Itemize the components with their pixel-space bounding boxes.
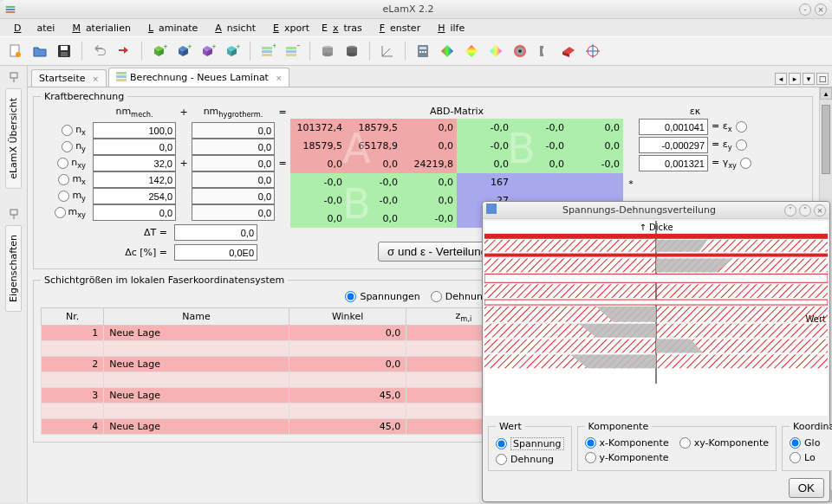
dialog-min-icon[interactable]: ˅ <box>784 204 796 216</box>
tab-startseite[interactable]: Startseite× <box>31 69 107 87</box>
mech-input[interactable] <box>93 139 176 155</box>
mech-input[interactable] <box>93 204 176 221</box>
radio-spannung[interactable]: Spannung <box>496 437 564 450</box>
plus-label: + <box>179 107 188 118</box>
toolbar-separator <box>250 42 250 61</box>
hygro-input[interactable] <box>192 139 275 155</box>
tab-maximize-button[interactable]: □ <box>816 73 829 85</box>
dialog-titlebar[interactable]: Spannungs-Dehnungsverteilung ˅ ˄ × <box>483 202 829 219</box>
svg-rect-1 <box>6 9 16 10</box>
matrix-cell <box>568 173 623 191</box>
ek-value[interactable] <box>639 137 708 153</box>
mech-input[interactable] <box>93 122 176 139</box>
deltaC-input[interactable] <box>174 244 257 261</box>
hygro-input[interactable] <box>192 155 275 171</box>
cuboid-purple-plus-icon[interactable]: + <box>198 41 218 61</box>
pin-icon[interactable] <box>8 71 20 83</box>
mech-input[interactable] <box>93 171 176 188</box>
calculator-icon[interactable] <box>413 41 433 61</box>
tab-berechnung[interactable]: Berechnung - Neues Laminat× <box>108 68 289 87</box>
hygro-input[interactable] <box>192 122 275 139</box>
bracket-icon[interactable] <box>534 41 555 61</box>
layers-plus-icon[interactable]: + <box>257 41 278 61</box>
slab-red-icon[interactable] <box>558 41 579 61</box>
crosshair-icon[interactable] <box>582 41 603 61</box>
force-row-label[interactable]: nxy <box>41 157 89 170</box>
ek-radio[interactable] <box>736 139 747 151</box>
menu-ansicht[interactable]: Ansicht <box>205 21 261 36</box>
disc-rainbow-icon[interactable] <box>510 41 530 61</box>
force-row-label[interactable]: nx <box>41 124 89 137</box>
tab-list-button[interactable]: ▾ <box>803 73 815 85</box>
close-icon[interactable]: × <box>815 3 827 16</box>
radio-xy-komp[interactable]: xy-Komponente <box>679 437 769 449</box>
open-file-button[interactable] <box>29 41 50 61</box>
new-file-button[interactable] <box>5 41 26 61</box>
dialog-max-icon[interactable]: ˄ <box>799 204 811 216</box>
deltaT-input[interactable] <box>174 224 257 241</box>
radio-lokal[interactable]: Lo <box>790 452 832 463</box>
tab-next-button[interactable]: ▸ <box>789 73 801 85</box>
svg-rect-36 <box>10 73 17 78</box>
table-header[interactable]: Name <box>104 308 289 326</box>
hygro-input[interactable] <box>192 204 275 221</box>
layers-minus-icon[interactable]: − <box>282 41 302 61</box>
ek-value[interactable] <box>639 155 708 171</box>
koord-fieldset: Koordina Glo Lo <box>782 421 832 471</box>
scroll-thumb[interactable] <box>822 105 830 174</box>
cuboid-green-plus-icon[interactable]: + <box>149 41 170 61</box>
force-row-label[interactable]: mx <box>41 173 89 186</box>
radio-y-komp[interactable]: y-Komponente <box>585 452 770 463</box>
svg-marker-58 <box>656 240 707 252</box>
sidebar-tab-uebersicht[interactable]: eLamX Übersicht <box>5 88 22 189</box>
table-header[interactable]: Nr. <box>42 308 104 326</box>
cylinder-dark-icon[interactable] <box>341 41 362 61</box>
mech-input[interactable] <box>93 155 176 171</box>
angle-icon[interactable] <box>377 41 398 61</box>
hygro-input[interactable] <box>192 188 275 204</box>
cuboid-blue-plus-icon[interactable]: + <box>173 41 194 61</box>
table-header[interactable]: Winkel <box>289 308 406 326</box>
deltaT-label: ΔT = <box>41 227 171 238</box>
sidebar-tab-eigenschaften[interactable]: Eigenschaften <box>5 225 22 312</box>
menu-datei[interactable]: Datei <box>3 21 60 36</box>
rainbow-diamond3-icon[interactable] <box>485 41 506 61</box>
rainbow-diamond1-icon[interactable] <box>437 41 458 61</box>
cuboid-teal-plus-icon[interactable]: + <box>222 41 243 61</box>
dialog-close-icon[interactable]: × <box>814 204 826 216</box>
verteilung-button[interactable]: σ und ε - Verteilung <box>378 242 497 262</box>
svg-text:+: + <box>187 43 192 50</box>
force-row-label[interactable]: mxy <box>41 206 89 219</box>
ek-value[interactable] <box>639 119 708 135</box>
radio-global[interactable]: Glo <box>790 437 832 449</box>
mech-input[interactable] <box>93 188 176 204</box>
redo-button[interactable] <box>114 41 134 61</box>
ek-radio[interactable] <box>736 121 747 132</box>
radio-dehnung[interactable]: Dehnung <box>496 454 564 465</box>
hygro-input[interactable] <box>192 171 275 188</box>
save-button[interactable] <box>54 41 75 61</box>
tab-prev-button[interactable]: ◂ <box>775 73 787 85</box>
rainbow-diamond2-icon[interactable] <box>461 41 482 61</box>
menu-laminate[interactable]: Laminate <box>138 21 203 36</box>
menu-export[interactable]: Export <box>263 21 315 36</box>
undo-button[interactable] <box>89 41 110 61</box>
radio-spannungen[interactable]: Spannungen <box>345 291 419 302</box>
minimize-icon[interactable]: ‑ <box>799 3 811 16</box>
cylinder-grey-icon[interactable] <box>317 41 338 61</box>
menu-extras[interactable]: Extras <box>316 21 367 36</box>
menu-hilfe[interactable]: Hilfe <box>427 21 470 36</box>
scroll-up-icon[interactable]: ▴ <box>820 87 832 100</box>
close-tab-icon[interactable]: × <box>276 74 283 82</box>
pin-icon[interactable] <box>8 208 20 220</box>
close-tab-icon[interactable]: × <box>93 74 100 83</box>
svg-rect-14 <box>262 54 272 56</box>
force-row-label[interactable]: ny <box>41 140 89 153</box>
ok-button[interactable]: OK <box>789 478 824 498</box>
menu-materialien[interactable]: Materialien <box>62 21 136 36</box>
radio-x-komp[interactable]: x-Komponente <box>585 437 669 449</box>
ek-radio[interactable] <box>740 158 751 169</box>
force-row-label[interactable]: my <box>41 190 89 203</box>
menu-fenster[interactable]: Fenster <box>369 21 426 36</box>
toolbar-separator <box>405 42 406 61</box>
